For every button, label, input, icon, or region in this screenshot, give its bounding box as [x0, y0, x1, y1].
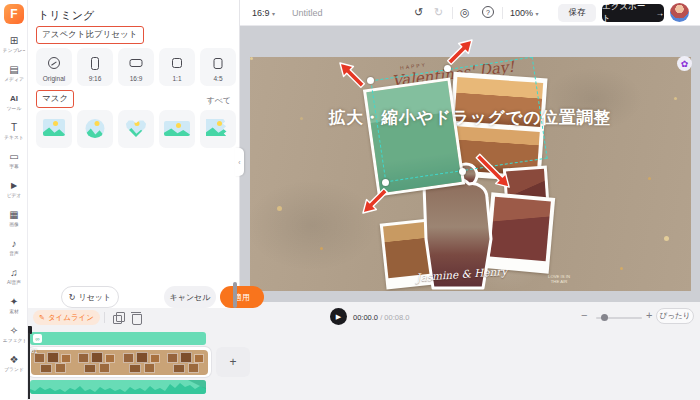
- save-button[interactable]: 保存: [558, 4, 596, 22]
- user-avatar[interactable]: [670, 3, 689, 22]
- clip-thumb: [120, 350, 164, 375]
- clip-thumb: [75, 350, 119, 375]
- sidebar-item-label: ツール: [3, 105, 25, 112]
- aspect-11-tile[interactable]: 1:1: [159, 48, 195, 86]
- selection-handle[interactable]: [382, 179, 389, 186]
- sticker-flower-button[interactable]: ✿: [677, 56, 692, 71]
- sidebar-item-label: AI音声: [3, 279, 25, 286]
- original-aspect-icon: [48, 57, 60, 69]
- subtitle-icon: ▭: [0, 150, 28, 163]
- current-time: 00:00.0: [353, 313, 378, 322]
- panel-title: トリミング: [38, 8, 94, 23]
- sidebar-item-label: テキスト: [3, 134, 25, 141]
- tall-aspect-icon: [214, 58, 223, 69]
- fit-timeline-button[interactable]: ぴったり: [656, 308, 694, 324]
- sidebar-item-media[interactable]: ▤メディア: [0, 63, 28, 90]
- sidebar-item-ai-tools[interactable]: AIツール: [0, 92, 28, 119]
- video-canvas[interactable]: HAPPY Valentines' Day!: [250, 57, 691, 291]
- sidebar-item-image[interactable]: ▦画像: [0, 208, 28, 235]
- focus-mode-icon[interactable]: ◎: [460, 5, 470, 19]
- pen-icon: ✎: [39, 314, 45, 322]
- play-button[interactable]: ▶: [330, 308, 347, 325]
- sidebar-item-subtitle[interactable]: ▭字幕: [0, 150, 28, 177]
- mask-torn-tile[interactable]: [200, 110, 236, 148]
- mask-circle-tile[interactable]: [77, 110, 113, 148]
- sidebar-item-text[interactable]: Tテキスト: [0, 121, 28, 148]
- link-icon: ∞: [33, 334, 42, 343]
- audio-waveform: [30, 380, 206, 394]
- torn-paper-mask-icon: [206, 119, 230, 136]
- mask-see-all-button[interactable]: すべて: [206, 95, 231, 106]
- panel-scrollbar[interactable]: [233, 282, 237, 308]
- project-title[interactable]: Untitled: [292, 8, 323, 18]
- aspect-169-tile[interactable]: 16:9: [118, 48, 154, 86]
- sidebar-item-label: ビデオ: [3, 192, 25, 199]
- sidebar-item-label: 音声: [3, 250, 25, 257]
- divider: [104, 312, 105, 323]
- rectangle-mask-icon: [43, 119, 65, 136]
- sidebar-item-ai-voice[interactable]: ♫AI音声: [0, 266, 28, 293]
- sidebar-item-video[interactable]: ▶ビデオ: [0, 179, 28, 206]
- redo-button[interactable]: ↻: [434, 5, 443, 19]
- panel-collapse-handle[interactable]: ‹: [235, 148, 244, 176]
- portrait-aspect-icon: [91, 57, 99, 70]
- sidebar-item-template[interactable]: ⊞テンプレート: [0, 34, 28, 61]
- aspect-preset-section-label: アスペクト比プリセット: [36, 26, 144, 44]
- sidebar-item-audio[interactable]: ♪音声: [0, 237, 28, 264]
- image-icon: ▦: [0, 208, 28, 221]
- left-rail: F ⊞テンプレート ▤メディア AIツール Tテキスト ▭字幕 ▶ビデオ ▦画像…: [0, 0, 28, 400]
- selection-handle[interactable]: [367, 77, 374, 84]
- sidebar-item-elements[interactable]: ✦素材: [0, 295, 28, 322]
- audio-icon: ♪: [0, 237, 28, 250]
- landscape-aspect-icon: [130, 59, 143, 67]
- mask-wide-tile[interactable]: [159, 110, 195, 148]
- text-icon: T: [0, 121, 28, 134]
- ai-tools-icon: AI: [0, 92, 28, 105]
- aspect-45-tile[interactable]: 4:5: [200, 48, 236, 86]
- sidebar-item-brand[interactable]: ❖ブランド: [0, 353, 28, 380]
- overlay-track[interactable]: ∞: [30, 332, 206, 345]
- aspect-916-tile[interactable]: 9:16: [77, 48, 113, 86]
- timeline-zoom-out-button[interactable]: −: [581, 309, 587, 321]
- aspect-original-tile[interactable]: Original: [36, 48, 72, 86]
- video-icon: ▶: [0, 179, 28, 192]
- selection-handle[interactable]: [459, 168, 466, 175]
- divider: [502, 7, 503, 19]
- zoom-level-dropdown[interactable]: 100% ▾: [510, 8, 539, 18]
- mask-heart-tile[interactable]: [118, 110, 154, 148]
- add-media-button[interactable]: +: [216, 347, 250, 377]
- mask-rectangle-tile[interactable]: [36, 110, 72, 148]
- sidebar-item-label: ブランド: [3, 366, 25, 373]
- divider: [452, 7, 453, 19]
- video-caption-small: LOVE IS INTHE AIR: [545, 274, 574, 284]
- top-toolbar: 16:9 ▾ Untitled ↺ ↻ ◎ ? 100% ▾ 保存 エクスポート…: [240, 0, 700, 26]
- aspect-ratio-dropdown[interactable]: 16:9 ▾: [252, 8, 275, 18]
- sidebar-item-label: 画像: [3, 221, 25, 228]
- chevron-down-icon: ▾: [536, 11, 539, 17]
- sidebar-item-label: テンプレート: [3, 47, 25, 54]
- sidebar-item-label: 字幕: [3, 163, 25, 170]
- sidebar-item-label: 素材: [3, 308, 25, 315]
- clip-number-badge: 01: [31, 348, 38, 354]
- export-button[interactable]: エクスポート→: [602, 4, 664, 22]
- undo-button[interactable]: ↺: [414, 5, 423, 19]
- cancel-button[interactable]: キャンセル: [164, 286, 216, 308]
- timeline-label-pill[interactable]: ✎ タイムライン: [33, 310, 100, 325]
- sidebar-item-effects[interactable]: ✧エフェクト: [0, 324, 28, 351]
- selection-handle[interactable]: [444, 65, 451, 72]
- brand-icon: ❖: [0, 353, 28, 366]
- duplicate-icon[interactable]: [113, 312, 124, 323]
- help-button[interactable]: ?: [482, 6, 494, 18]
- apply-button[interactable]: 適用: [220, 286, 264, 308]
- audio-track[interactable]: [30, 380, 206, 394]
- timeline-zoom-knob[interactable]: [601, 314, 608, 321]
- trash-icon[interactable]: [132, 312, 141, 323]
- video-clip[interactable]: 01: [28, 347, 211, 377]
- reset-button[interactable]: ↻リセット: [61, 286, 119, 308]
- template-icon: ⊞: [0, 34, 28, 47]
- time-display: 00:00.0 / 00:08.0: [353, 313, 409, 322]
- playhead-line: [28, 333, 30, 399]
- circle-mask-icon: [86, 119, 105, 138]
- filmora-logo[interactable]: F: [4, 4, 24, 24]
- timeline-zoom-in-button[interactable]: +: [646, 309, 652, 321]
